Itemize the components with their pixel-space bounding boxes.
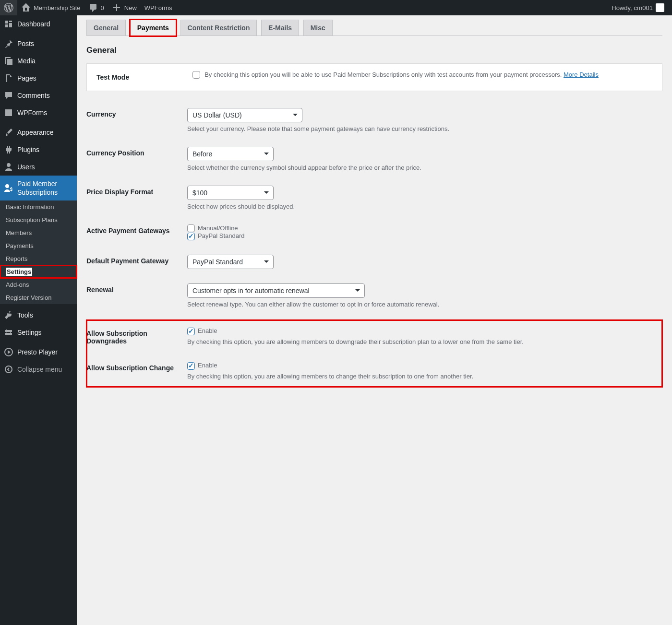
gateway-manual-label: Manual/Offline <box>198 224 238 232</box>
new-link[interactable]: New <box>108 0 141 15</box>
menu-settings[interactable]: Settings <box>0 324 77 341</box>
tools-icon <box>4 310 13 320</box>
tab-emails[interactable]: E-Mails <box>261 20 299 35</box>
form-icon <box>4 108 13 118</box>
sub-basic-info[interactable]: Basic Information <box>0 200 77 213</box>
dashboard-icon <box>4 19 13 29</box>
svg-point-1 <box>5 366 12 373</box>
currency-label: Currency <box>86 101 182 140</box>
renewal-select[interactable]: Customer opts in for automatic renewal <box>187 283 365 298</box>
currency-position-select[interactable]: Before <box>187 147 274 161</box>
renewal-label: Renewal <box>86 276 182 315</box>
wpforms-link[interactable]: WPForms <box>141 0 176 15</box>
gateway-paypal-label: PayPal Standard <box>198 232 245 239</box>
downgrades-desc: By checking this option, you are allowin… <box>187 338 658 345</box>
price-format-desc: Select how prices should be displayed. <box>187 203 658 210</box>
menu-paid-member-subscriptions[interactable]: Paid Member Subscriptions <box>0 176 77 200</box>
user-icon <box>4 162 13 172</box>
change-label: Allow Subscription Change <box>86 354 182 387</box>
tab-payments[interactable]: Payments <box>130 20 176 36</box>
menu-plugins[interactable]: Plugins <box>0 141 77 158</box>
section-title: General <box>86 46 662 55</box>
currency-position-label: Currency Position <box>86 140 182 178</box>
change-checkbox[interactable] <box>187 362 195 370</box>
change-desc: By checking this option, you are allowin… <box>187 373 658 380</box>
renewal-desc: Select renewal type. You can either allo… <box>187 301 658 308</box>
settings-icon <box>4 328 13 337</box>
submenu: Basic Information Subscription Plans Mem… <box>0 200 77 304</box>
comment-icon <box>88 3 98 12</box>
tab-bar: General Payments Content Restriction E-M… <box>86 15 662 36</box>
gateways-label: Active Payment Gateways <box>86 217 182 248</box>
change-enable: Enable <box>198 362 217 369</box>
test-mode-row: By checking this option you will be able… <box>192 71 599 78</box>
tab-general[interactable]: General <box>86 20 126 35</box>
menu-tools[interactable]: Tools <box>0 307 77 324</box>
tab-misc[interactable]: Misc <box>303 20 333 35</box>
user-menu[interactable]: Howdy, crn001 <box>608 0 668 15</box>
menu-presto[interactable]: Presto Player <box>0 343 77 361</box>
menu-appearance[interactable]: Appearance <box>0 124 77 141</box>
menu-media[interactable]: Media <box>0 52 77 70</box>
home-icon <box>21 3 31 12</box>
highlight-downgrade-change: Allow Subscription Downgrades Enable By … <box>86 320 662 387</box>
default-gateway-label: Default Payment Gateway <box>86 248 182 276</box>
menu-pages[interactable]: Pages <box>0 70 77 87</box>
content-area: General Payments Content Restriction E-M… <box>77 15 672 625</box>
sub-subscription-plans[interactable]: Subscription Plans <box>0 213 77 226</box>
plus-icon <box>112 3 121 12</box>
page-icon <box>4 73 13 83</box>
downgrades-label: Allow Subscription Downgrades <box>86 320 182 354</box>
menu-collapse[interactable]: Collapse menu <box>0 361 77 378</box>
currency-position-desc: Select whether the currency symbol shoul… <box>187 164 658 171</box>
brush-icon <box>4 128 13 137</box>
test-mode-label: Test Mode <box>87 63 183 91</box>
wp-logo[interactable] <box>0 0 17 15</box>
media-icon <box>4 56 13 66</box>
default-gateway-select[interactable]: PayPal Standard <box>187 255 274 269</box>
pin-icon <box>4 39 13 48</box>
downgrades-checkbox[interactable] <box>187 328 195 335</box>
sub-addons[interactable]: Add-ons <box>0 278 77 291</box>
comment-icon <box>4 91 13 100</box>
menu-users[interactable]: Users <box>0 158 77 176</box>
sub-register[interactable]: Register Version <box>0 291 77 304</box>
test-mode-desc: By checking this option you will be able… <box>204 71 564 78</box>
menu-wpforms[interactable]: WPForms <box>0 104 77 121</box>
sub-reports[interactable]: Reports <box>0 252 77 265</box>
currency-select[interactable]: US Dollar (USD) <box>187 108 302 122</box>
gateway-manual-checkbox[interactable] <box>187 224 195 232</box>
price-format-select[interactable]: $100 <box>187 186 274 200</box>
price-format-label: Price Display Format <box>86 178 182 217</box>
menu-dashboard[interactable]: Dashboard <box>0 15 77 33</box>
gateway-paypal-checkbox[interactable] <box>187 233 195 240</box>
plugin-icon <box>4 145 13 154</box>
comments-link[interactable]: 0 <box>84 0 108 15</box>
tab-content-restriction[interactable]: Content Restriction <box>180 20 257 35</box>
sub-settings[interactable]: Settings <box>0 265 77 278</box>
menu-comments[interactable]: Comments <box>0 87 77 104</box>
admin-bar: Membership Site 0 New WPForms Howdy, crn… <box>0 0 672 15</box>
collapse-icon <box>4 365 13 374</box>
site-link[interactable]: Membership Site <box>17 0 84 15</box>
test-mode-checkbox[interactable] <box>192 71 200 79</box>
menu-posts[interactable]: Posts <box>0 35 77 52</box>
subscription-icon <box>4 183 13 193</box>
test-mode-link[interactable]: More Details <box>564 71 599 78</box>
currency-desc: Select your currency. Please note that s… <box>187 125 658 132</box>
downgrades-enable: Enable <box>198 327 217 334</box>
admin-sidebar: Dashboard Posts Media Pages Comments WPF… <box>0 15 77 625</box>
sub-members[interactable]: Members <box>0 226 77 239</box>
presto-icon <box>4 347 13 357</box>
avatar <box>656 3 664 12</box>
sub-payments[interactable]: Payments <box>0 239 77 252</box>
